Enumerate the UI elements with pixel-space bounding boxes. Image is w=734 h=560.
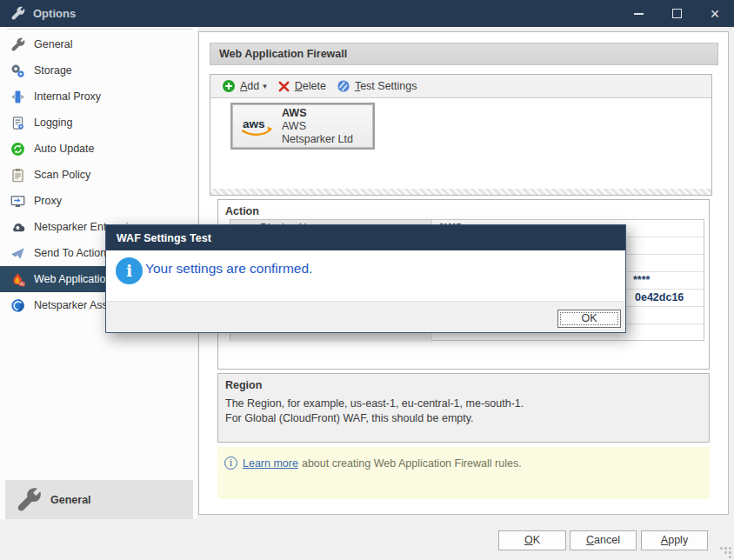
dialog-titlebar[interactable]: WAF Settings Test — [106, 225, 625, 250]
cloud-icon — [10, 220, 25, 235]
learn-more-info-bar: i Learn moreabout creating Web Applicati… — [217, 447, 710, 499]
waf-provider-card-aws[interactable]: aws AWS AWS Netsparker Ltd — [232, 104, 373, 148]
test-settings-button[interactable]: Test Settings — [331, 77, 423, 95]
waf-list-box: Add ▾ Delete Test Settings aws — [210, 74, 712, 196]
region-group-title: Region — [225, 379, 262, 391]
monitor-icon — [10, 194, 25, 209]
masked-secret-fragment: **** — [633, 274, 650, 286]
sphere-icon — [10, 298, 25, 313]
dialog-title: WAF Settings Test — [117, 232, 211, 244]
options-window: Options × General Storage Internal Proxy… — [0, 0, 734, 560]
close-icon: × — [711, 6, 720, 22]
sidebar-item-general[interactable]: General — [0, 31, 197, 57]
access-key-fragment: 0e42dc16 — [635, 291, 684, 303]
card-type: AWS — [282, 120, 353, 133]
minimize-button[interactable] — [619, 0, 657, 27]
add-icon — [222, 79, 236, 93]
info-icon: i — [116, 257, 143, 284]
dialog-ok-button[interactable]: OK — [557, 310, 621, 328]
sidebar-item-storage[interactable]: Storage — [0, 57, 197, 83]
footer-category-label: General — [50, 494, 91, 506]
waf-group-header: Web Application Firewall — [210, 43, 718, 65]
waf-toolbar: Add ▾ Delete Test Settings — [210, 75, 711, 98]
add-button[interactable]: Add ▾ — [217, 77, 272, 95]
sidebar-item-proxy[interactable]: Proxy — [0, 188, 197, 214]
info-icon: i — [224, 457, 237, 470]
region-group: Region The Region, for example, us-east-… — [217, 373, 710, 443]
region-description-line1: The Region, for example, us-east-1, eu-c… — [225, 397, 524, 410]
minimize-icon — [634, 13, 644, 15]
waf-group-title: Web Application Firewall — [219, 48, 347, 60]
titlebar[interactable]: Options × — [0, 0, 734, 27]
info-bar-text: about creating Web Application Firewall … — [302, 457, 522, 470]
action-group-title: Action — [225, 205, 259, 217]
waf-settings-test-dialog: WAF Settings Test i Your settings are co… — [105, 224, 626, 333]
wrench-icon — [10, 37, 25, 52]
clipboard-icon — [10, 168, 25, 183]
close-button[interactable]: × — [696, 0, 734, 27]
region-description-line2: For Global (CloudFront) WAF, this should… — [225, 412, 474, 424]
sidebar-item-internal-proxy[interactable]: Internal Proxy — [0, 83, 197, 110]
flame-icon — [10, 272, 25, 287]
list-splitter-handle[interactable] — [210, 189, 711, 195]
refresh-icon — [10, 142, 25, 157]
card-title: AWS — [282, 107, 353, 120]
test-settings-icon — [337, 79, 350, 93]
delete-icon — [277, 80, 290, 93]
svg-text:aws: aws — [243, 117, 265, 130]
proxy-document-icon — [10, 90, 25, 104]
sidebar-divider — [7, 29, 193, 30]
maximize-button[interactable] — [657, 0, 696, 27]
window-title: Options — [33, 7, 76, 20]
delete-button[interactable]: Delete — [272, 78, 331, 95]
sidebar-item-logging[interactable]: Logging — [0, 110, 197, 136]
aws-logo-icon: aws — [240, 114, 275, 138]
card-vendor: Netsparker Ltd — [282, 133, 353, 146]
wrench-icon — [10, 6, 25, 21]
chevron-down-icon: ▾ — [263, 82, 267, 90]
dialog-message: Your settings are confirmed. — [145, 261, 312, 277]
paper-plane-icon — [10, 246, 25, 261]
sidebar-item-scan-policy[interactable]: Scan Policy — [0, 162, 197, 188]
sidebar-category-footer: General — [5, 480, 193, 519]
log-document-icon — [10, 116, 25, 130]
cancel-button[interactable]: Cancel — [570, 530, 637, 550]
wrench-icon — [16, 487, 42, 513]
apply-button[interactable]: Apply — [641, 530, 708, 550]
resize-grip[interactable] — [720, 547, 723, 550]
dialog-footer: OK — [106, 301, 625, 332]
sidebar-item-auto-update[interactable]: Auto Update — [0, 136, 197, 162]
maximize-icon — [672, 9, 682, 18]
gears-icon — [10, 63, 25, 78]
ok-button[interactable]: OK — [498, 530, 566, 550]
learn-more-link[interactable]: Learn more — [243, 457, 298, 470]
